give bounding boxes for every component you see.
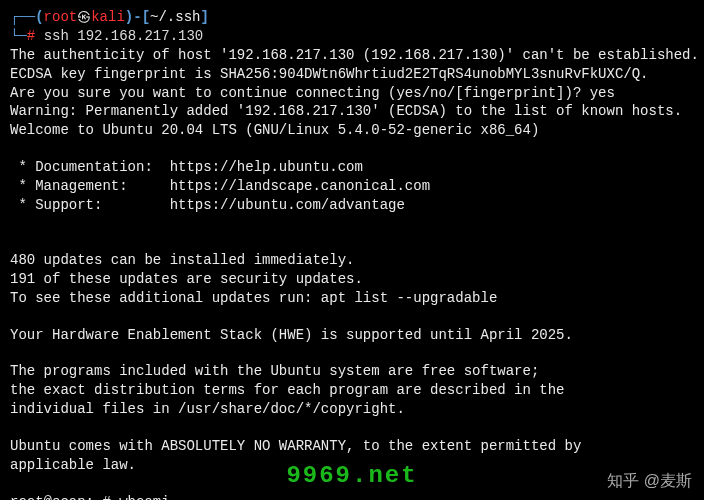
whoami-command: whoami	[119, 494, 169, 500]
output-line: To see these additional updates run: apt…	[10, 289, 694, 308]
prompt-bracket: ]	[200, 9, 208, 25]
output-line: 191 of these updates are security update…	[10, 270, 694, 289]
output-line: Your Hardware Enablement Stack (HWE) is …	[10, 326, 694, 345]
output-line: ECDSA key fingerprint is SHA256:904DWtn6…	[10, 65, 694, 84]
output-line: the exact distribution terms for each pr…	[10, 381, 694, 400]
watermark-domain: 9969.net	[286, 460, 417, 492]
prompt-user: root	[44, 9, 78, 25]
output-line: Ubuntu comes with ABSOLUTELY NO WARRANTY…	[10, 437, 694, 456]
prompt-bracket: )-[	[125, 9, 150, 25]
output-line: The authenticity of host '192.168.217.13…	[10, 46, 694, 65]
output-line: The programs included with the Ubuntu sy…	[10, 362, 694, 381]
output-line: * Management: https://landscape.canonica…	[10, 177, 694, 196]
skull-icon: ㉿	[77, 9, 91, 25]
output-line: Welcome to Ubuntu 20.04 LTS (GNU/Linux 5…	[10, 121, 694, 140]
prompt-bracket: ┌──(	[10, 9, 44, 25]
blank-line	[10, 308, 694, 326]
output-line: Warning: Permanently added '192.168.217.…	[10, 102, 694, 121]
shell-prompt-line[interactable]: root@scan:~# whoami	[10, 493, 694, 500]
output-line: 480 updates can be installed immediately…	[10, 251, 694, 270]
ssh-command: ssh 192.168.217.130	[44, 28, 204, 44]
prompt-host: kali	[91, 9, 125, 25]
watermark-zhihu: 知乎 @麦斯	[607, 470, 692, 492]
blank-line	[10, 419, 694, 437]
output-line: * Documentation: https://help.ubuntu.com	[10, 158, 694, 177]
prompt-line-2[interactable]: └─# ssh 192.168.217.130	[10, 27, 694, 46]
output-line: Are you sure you want to continue connec…	[10, 84, 694, 103]
output-line: * Support: https://ubuntu.com/advantage	[10, 196, 694, 215]
output-line: individual files in /usr/share/doc/*/cop…	[10, 400, 694, 419]
prompt-hash: #	[27, 28, 44, 44]
prompt-cwd: ~/.ssh	[150, 9, 200, 25]
blank-line	[10, 233, 694, 251]
prompt-line-1: ┌──(root㉿kali)-[~/.ssh]	[10, 8, 694, 27]
prompt-bracket: └─	[10, 28, 27, 44]
blank-line	[10, 140, 694, 158]
blank-line	[10, 215, 694, 233]
shell-prompt: root@scan:~#	[10, 494, 119, 500]
blank-line	[10, 344, 694, 362]
